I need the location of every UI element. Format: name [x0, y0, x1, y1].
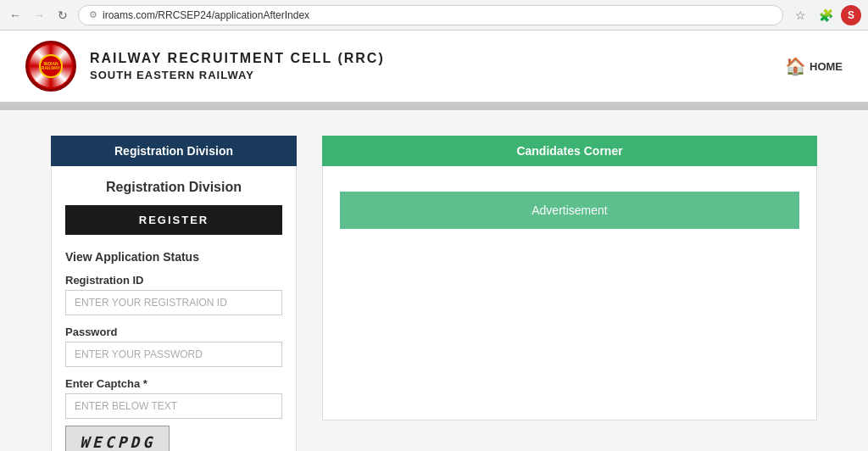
- extensions-button[interactable]: 🧩: [815, 5, 836, 25]
- left-panel-header: Registration Division: [51, 136, 297, 166]
- view-status-title: View Application Status: [65, 250, 282, 264]
- browser-chrome: ← → ↻ ⚙ iroams.com/RRCSЕР24/applicationA…: [0, 0, 868, 31]
- user-avatar[interactable]: S: [841, 5, 861, 25]
- forward-button[interactable]: →: [31, 7, 47, 24]
- logo-center: INDIANRAILWAY: [39, 54, 63, 78]
- advertisement-button[interactable]: Advertisement: [340, 192, 799, 229]
- captcha-label: Enter Captcha *: [65, 377, 282, 390]
- header-title-line1: RAILWAY RECRUITMENT CELL (RRC): [90, 49, 385, 68]
- back-button[interactable]: ←: [7, 7, 24, 24]
- home-label: HOME: [810, 60, 843, 73]
- captcha-input[interactable]: [65, 393, 282, 419]
- captcha-group: Enter Captcha * WECPDG: [65, 377, 282, 451]
- right-panel-header: Candidates Corner: [322, 136, 817, 166]
- captcha-image: WECPDG: [65, 426, 170, 451]
- left-panel-body: Registration Division REGISTER View Appl…: [51, 166, 297, 451]
- home-link[interactable]: 🏠 HOME: [785, 56, 843, 76]
- header-left: INDIANRAILWAY RAILWAY RECRUITMENT CELL (…: [25, 41, 385, 92]
- left-panel: Registration Division Registration Divis…: [51, 136, 297, 451]
- right-panel: Candidates Corner Advertisement: [322, 136, 817, 451]
- page-content: INDIANRAILWAY RAILWAY RECRUITMENT CELL (…: [0, 31, 868, 451]
- password-group: Password: [65, 326, 282, 367]
- reg-id-label: Registration ID: [65, 274, 282, 287]
- home-icon: 🏠: [785, 56, 806, 76]
- header-title-line2: SOUTH EASTERN RAILWAY: [90, 68, 385, 83]
- main-area: Registration Division Registration Divis…: [0, 110, 868, 451]
- reload-button[interactable]: ↻: [54, 7, 71, 24]
- password-label: Password: [65, 326, 282, 338]
- address-bar[interactable]: ⚙ iroams.com/RRCSЕР24/applicationAfterIn…: [78, 5, 783, 25]
- bookmark-button[interactable]: ☆: [790, 5, 810, 25]
- site-header: INDIANRAILWAY RAILWAY RECRUITMENT CELL (…: [0, 31, 868, 103]
- browser-actions: ☆ 🧩 S: [790, 5, 861, 25]
- password-input[interactable]: [65, 342, 282, 367]
- reg-id-group: Registration ID: [65, 274, 282, 315]
- reg-id-input[interactable]: [65, 290, 282, 315]
- divider-bar: [0, 103, 868, 110]
- logo: INDIANRAILWAY: [25, 41, 76, 92]
- panel-subtitle: Registration Division: [65, 180, 282, 195]
- url-text: iroams.com/RRCSЕР24/applicationAfterInde…: [103, 9, 309, 21]
- register-button[interactable]: REGISTER: [65, 205, 282, 235]
- logo-inner: INDIANRAILWAY: [30, 45, 72, 87]
- header-title: RAILWAY RECRUITMENT CELL (RRC) SOUTH EAS…: [90, 49, 385, 84]
- right-panel-body: Advertisement: [322, 166, 817, 420]
